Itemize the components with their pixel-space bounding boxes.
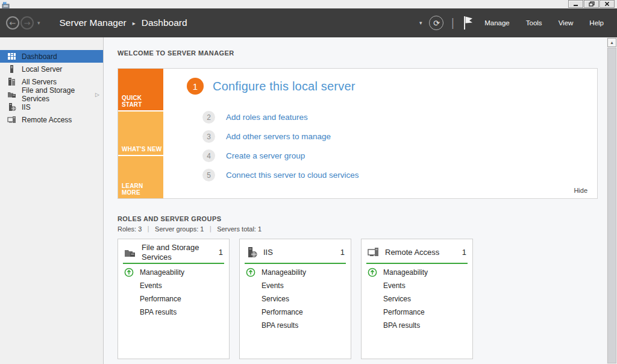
step-link[interactable]: Connect this server to cloud services (226, 171, 359, 180)
card-item-label[interactable]: Events (262, 281, 284, 290)
sidebar-item-label: Remote Access (22, 116, 72, 124)
step-add-roles-features[interactable]: 2 Add roles and features (202, 111, 308, 124)
nav-history-controls: ← → ▾ (0, 16, 40, 30)
roles-stats: Roles: 3 | Server groups: 1 | Servers to… (117, 225, 262, 233)
sidebar-item-dashboard[interactable]: Dashboard (0, 50, 103, 63)
card-item-label[interactable]: Events (140, 281, 162, 290)
forward-button[interactable]: → (20, 16, 34, 30)
whats-new-tab[interactable]: WHAT'S NEW (118, 111, 163, 154)
card-item-performance[interactable]: Performance (124, 292, 223, 306)
role-card-file-storage: File and Storage Services 1 Manageabilit… (117, 239, 230, 359)
card-item-label[interactable]: BPA results (383, 321, 420, 330)
step-number-badge: 1 (187, 78, 204, 95)
welcome-side-tabs: QUICK START WHAT'S NEW LEARN MORE (118, 69, 163, 198)
step-link[interactable]: Add roles and features (226, 113, 308, 122)
spacer (368, 281, 377, 290)
card-item-label[interactable]: Manageability (140, 268, 184, 277)
scroll-up-button[interactable]: ▴ (607, 38, 616, 47)
role-card-header[interactable]: Remote Access 1 (362, 239, 472, 262)
nav-toolbar: ▾ ⟳ | Manage Tools View Help (419, 15, 617, 31)
role-card-title[interactable]: File and Storage Services (142, 243, 213, 262)
learn-more-tab[interactable]: LEARN MORE (118, 156, 163, 198)
stat-separator: | (209, 225, 211, 233)
card-item-manageability[interactable]: Manageability (246, 266, 345, 279)
card-item-label[interactable]: Services (262, 295, 289, 303)
step-link[interactable]: Add other servers to manage (226, 132, 331, 141)
step-add-other-servers[interactable]: 3 Add other servers to manage (202, 130, 331, 143)
role-card-count: 1 (462, 248, 466, 257)
sidebar-item-local-server[interactable]: Local Server (0, 63, 103, 75)
card-item-label[interactable]: Performance (262, 308, 303, 316)
role-card-items: Manageability Events Performance BPA res… (124, 266, 223, 319)
scrollbar-track[interactable] (607, 48, 616, 363)
card-item-label[interactable]: Performance (140, 295, 181, 303)
status-up-icon (368, 268, 377, 277)
minimize-button[interactable] (568, 0, 583, 8)
role-card-header[interactable]: IIS 1 (240, 239, 351, 262)
menu-bar: Manage Tools View Help (484, 19, 604, 27)
menu-help[interactable]: Help (589, 19, 604, 27)
card-item-label[interactable]: Manageability (262, 268, 306, 277)
step-link[interactable]: Configure this local server (213, 80, 355, 93)
spacer (246, 307, 255, 317)
sidebar-item-label: IIS (22, 103, 31, 111)
welcome-heading: WELCOME TO SERVER MANAGER (117, 49, 234, 57)
file-storage-icon (124, 246, 136, 259)
card-item-bpa-results[interactable]: BPA results (124, 306, 223, 319)
step-configure-local-server[interactable]: 1 Configure this local server (187, 78, 355, 95)
card-item-label[interactable]: Services (383, 295, 411, 303)
hide-link[interactable]: Hide (574, 187, 587, 194)
window-controls (568, 0, 615, 8)
menu-manage[interactable]: Manage (484, 19, 510, 27)
card-item-performance[interactable]: Performance (368, 306, 466, 319)
card-item-services[interactable]: Services (368, 292, 466, 306)
card-item-label[interactable]: BPA results (140, 308, 177, 316)
stat-servers-total: Servers total: 1 (217, 225, 262, 233)
stat-server-groups: Server groups: 1 (155, 225, 204, 233)
card-item-manageability[interactable]: Manageability (368, 266, 466, 279)
card-item-events[interactable]: Events (124, 279, 223, 292)
notifications-flag-icon[interactable] (462, 15, 475, 31)
card-item-label[interactable]: Performance (383, 308, 425, 316)
close-button[interactable] (600, 0, 615, 8)
step-number-badge: 5 (202, 169, 215, 181)
back-button[interactable]: ← (6, 16, 19, 30)
card-item-performance[interactable]: Performance (246, 306, 345, 319)
refresh-caret-icon[interactable]: ▾ (419, 20, 422, 26)
card-item-label[interactable]: BPA results (262, 321, 298, 330)
card-item-label[interactable]: Events (383, 281, 406, 290)
step-create-server-group[interactable]: 4 Create a server group (202, 149, 305, 162)
menu-tools[interactable]: Tools (526, 19, 542, 27)
breadcrumb-root[interactable]: Server Manager (60, 17, 127, 28)
stat-roles: Roles: 3 (117, 225, 142, 233)
sidebar-item-label: File and Storage Services (22, 86, 90, 103)
restore-button[interactable] (584, 0, 599, 8)
role-card-title[interactable]: IIS (263, 248, 335, 257)
card-item-label[interactable]: Manageability (383, 268, 428, 277)
menu-view[interactable]: View (559, 19, 574, 27)
role-card-title[interactable]: Remote Access (385, 248, 457, 257)
expand-chevron-icon[interactable]: ▷ (95, 92, 99, 98)
spacer (246, 281, 255, 290)
sidebar-item-file-storage-services[interactable]: File and Storage Services ▷ (0, 88, 103, 101)
card-item-services[interactable]: Services (246, 292, 345, 306)
vertical-scrollbar[interactable]: ▴ (607, 37, 617, 364)
quick-start-tab[interactable]: QUICK START (118, 69, 163, 110)
sidebar-item-label: Local Server (22, 65, 62, 74)
main-content: WELCOME TO SERVER MANAGER QUICK START WH… (104, 37, 607, 364)
card-item-events[interactable]: Events (246, 279, 345, 292)
step-connect-cloud-services[interactable]: 5 Connect this server to cloud services (202, 169, 359, 181)
role-card-items: Manageability Events Services Performanc… (368, 266, 466, 332)
step-link[interactable]: Create a server group (226, 151, 305, 160)
card-item-events[interactable]: Events (368, 279, 466, 292)
refresh-icon[interactable]: ⟳ (429, 16, 443, 30)
role-card-header[interactable]: File and Storage Services 1 (118, 239, 229, 262)
step-number-badge: 2 (202, 111, 215, 124)
card-item-bpa-results[interactable]: BPA results (368, 319, 466, 332)
card-item-bpa-results[interactable]: BPA results (246, 319, 345, 332)
sidebar-item-remote-access[interactable]: Remote Access (0, 113, 103, 126)
role-card-iis: IIS 1 Manageability (239, 239, 351, 359)
card-item-manageability[interactable]: Manageability (124, 266, 223, 279)
history-caret-icon[interactable]: ▾ (37, 20, 40, 26)
iis-icon (246, 246, 258, 259)
